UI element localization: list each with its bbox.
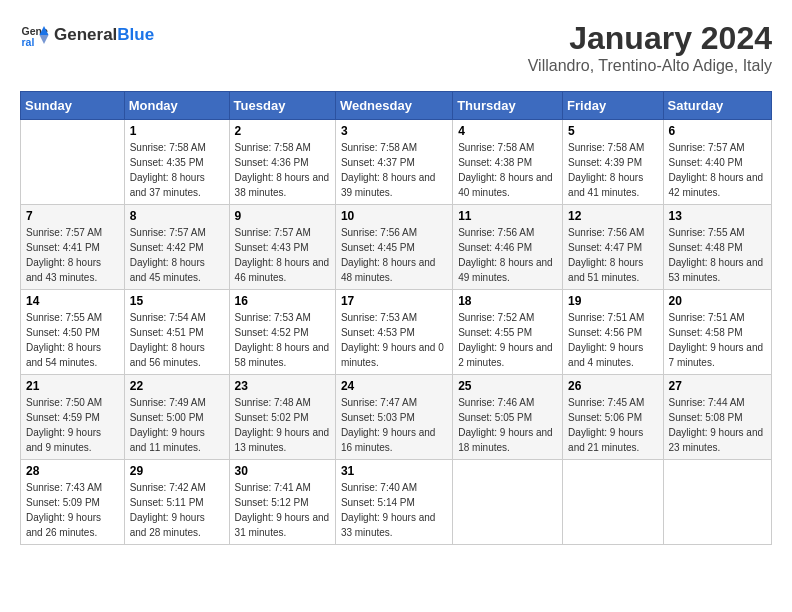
calendar-cell (563, 460, 663, 545)
col-header-monday: Monday (124, 92, 229, 120)
calendar-cell: 4Sunrise: 7:58 AMSunset: 4:38 PMDaylight… (453, 120, 563, 205)
day-info: Sunrise: 7:57 AMSunset: 4:42 PMDaylight:… (130, 225, 224, 285)
day-info: Sunrise: 7:43 AMSunset: 5:09 PMDaylight:… (26, 480, 119, 540)
day-number: 1 (130, 124, 224, 138)
day-info: Sunrise: 7:58 AMSunset: 4:35 PMDaylight:… (130, 140, 224, 200)
day-info: Sunrise: 7:56 AMSunset: 4:45 PMDaylight:… (341, 225, 447, 285)
day-number: 31 (341, 464, 447, 478)
calendar-cell: 29Sunrise: 7:42 AMSunset: 5:11 PMDayligh… (124, 460, 229, 545)
day-info: Sunrise: 7:53 AMSunset: 4:53 PMDaylight:… (341, 310, 447, 370)
calendar-cell: 1Sunrise: 7:58 AMSunset: 4:35 PMDaylight… (124, 120, 229, 205)
day-info: Sunrise: 7:58 AMSunset: 4:38 PMDaylight:… (458, 140, 557, 200)
calendar-week-row: 28Sunrise: 7:43 AMSunset: 5:09 PMDayligh… (21, 460, 772, 545)
day-info: Sunrise: 7:58 AMSunset: 4:37 PMDaylight:… (341, 140, 447, 200)
calendar-cell: 2Sunrise: 7:58 AMSunset: 4:36 PMDaylight… (229, 120, 335, 205)
calendar-cell: 30Sunrise: 7:41 AMSunset: 5:12 PMDayligh… (229, 460, 335, 545)
day-number: 30 (235, 464, 330, 478)
calendar-cell: 19Sunrise: 7:51 AMSunset: 4:56 PMDayligh… (563, 290, 663, 375)
day-info: Sunrise: 7:48 AMSunset: 5:02 PMDaylight:… (235, 395, 330, 455)
col-header-sunday: Sunday (21, 92, 125, 120)
day-number: 19 (568, 294, 657, 308)
day-info: Sunrise: 7:49 AMSunset: 5:00 PMDaylight:… (130, 395, 224, 455)
calendar-cell: 11Sunrise: 7:56 AMSunset: 4:46 PMDayligh… (453, 205, 563, 290)
day-info: Sunrise: 7:40 AMSunset: 5:14 PMDaylight:… (341, 480, 447, 540)
month-year-title: January 2024 (528, 20, 772, 57)
calendar-cell: 20Sunrise: 7:51 AMSunset: 4:58 PMDayligh… (663, 290, 771, 375)
day-number: 18 (458, 294, 557, 308)
day-info: Sunrise: 7:47 AMSunset: 5:03 PMDaylight:… (341, 395, 447, 455)
day-number: 8 (130, 209, 224, 223)
calendar-cell: 21Sunrise: 7:50 AMSunset: 4:59 PMDayligh… (21, 375, 125, 460)
day-info: Sunrise: 7:46 AMSunset: 5:05 PMDaylight:… (458, 395, 557, 455)
calendar-cell: 6Sunrise: 7:57 AMSunset: 4:40 PMDaylight… (663, 120, 771, 205)
day-number: 4 (458, 124, 557, 138)
calendar-cell (453, 460, 563, 545)
calendar-cell: 9Sunrise: 7:57 AMSunset: 4:43 PMDaylight… (229, 205, 335, 290)
day-number: 24 (341, 379, 447, 393)
calendar-cell: 17Sunrise: 7:53 AMSunset: 4:53 PMDayligh… (335, 290, 452, 375)
day-number: 16 (235, 294, 330, 308)
day-number: 7 (26, 209, 119, 223)
day-number: 2 (235, 124, 330, 138)
day-number: 11 (458, 209, 557, 223)
day-info: Sunrise: 7:58 AMSunset: 4:39 PMDaylight:… (568, 140, 657, 200)
day-number: 26 (568, 379, 657, 393)
day-number: 21 (26, 379, 119, 393)
day-number: 5 (568, 124, 657, 138)
calendar-cell: 14Sunrise: 7:55 AMSunset: 4:50 PMDayligh… (21, 290, 125, 375)
day-info: Sunrise: 7:55 AMSunset: 4:48 PMDaylight:… (669, 225, 766, 285)
calendar-cell: 8Sunrise: 7:57 AMSunset: 4:42 PMDaylight… (124, 205, 229, 290)
calendar-header-row: SundayMondayTuesdayWednesdayThursdayFrid… (21, 92, 772, 120)
day-info: Sunrise: 7:51 AMSunset: 4:56 PMDaylight:… (568, 310, 657, 370)
day-number: 27 (669, 379, 766, 393)
day-info: Sunrise: 7:42 AMSunset: 5:11 PMDaylight:… (130, 480, 224, 540)
day-info: Sunrise: 7:41 AMSunset: 5:12 PMDaylight:… (235, 480, 330, 540)
location-subtitle: Villandro, Trentino-Alto Adige, Italy (528, 57, 772, 75)
day-number: 25 (458, 379, 557, 393)
calendar-week-row: 14Sunrise: 7:55 AMSunset: 4:50 PMDayligh… (21, 290, 772, 375)
col-header-wednesday: Wednesday (335, 92, 452, 120)
logo-icon: Gene ral (20, 20, 50, 50)
calendar-cell: 25Sunrise: 7:46 AMSunset: 5:05 PMDayligh… (453, 375, 563, 460)
day-info: Sunrise: 7:54 AMSunset: 4:51 PMDaylight:… (130, 310, 224, 370)
calendar-week-row: 1Sunrise: 7:58 AMSunset: 4:35 PMDaylight… (21, 120, 772, 205)
day-info: Sunrise: 7:57 AMSunset: 4:41 PMDaylight:… (26, 225, 119, 285)
col-header-friday: Friday (563, 92, 663, 120)
day-number: 20 (669, 294, 766, 308)
day-number: 28 (26, 464, 119, 478)
calendar-cell: 18Sunrise: 7:52 AMSunset: 4:55 PMDayligh… (453, 290, 563, 375)
calendar-cell (21, 120, 125, 205)
calendar-week-row: 21Sunrise: 7:50 AMSunset: 4:59 PMDayligh… (21, 375, 772, 460)
day-number: 10 (341, 209, 447, 223)
day-number: 15 (130, 294, 224, 308)
calendar-cell: 15Sunrise: 7:54 AMSunset: 4:51 PMDayligh… (124, 290, 229, 375)
calendar-week-row: 7Sunrise: 7:57 AMSunset: 4:41 PMDaylight… (21, 205, 772, 290)
day-info: Sunrise: 7:51 AMSunset: 4:58 PMDaylight:… (669, 310, 766, 370)
day-info: Sunrise: 7:58 AMSunset: 4:36 PMDaylight:… (235, 140, 330, 200)
calendar-cell: 3Sunrise: 7:58 AMSunset: 4:37 PMDaylight… (335, 120, 452, 205)
day-info: Sunrise: 7:57 AMSunset: 4:43 PMDaylight:… (235, 225, 330, 285)
col-header-thursday: Thursday (453, 92, 563, 120)
calendar-cell: 13Sunrise: 7:55 AMSunset: 4:48 PMDayligh… (663, 205, 771, 290)
col-header-tuesday: Tuesday (229, 92, 335, 120)
day-info: Sunrise: 7:44 AMSunset: 5:08 PMDaylight:… (669, 395, 766, 455)
day-info: Sunrise: 7:53 AMSunset: 4:52 PMDaylight:… (235, 310, 330, 370)
day-info: Sunrise: 7:50 AMSunset: 4:59 PMDaylight:… (26, 395, 119, 455)
calendar-cell (663, 460, 771, 545)
calendar-cell: 31Sunrise: 7:40 AMSunset: 5:14 PMDayligh… (335, 460, 452, 545)
calendar-table: SundayMondayTuesdayWednesdayThursdayFrid… (20, 91, 772, 545)
logo-general: General (54, 25, 117, 44)
calendar-cell: 7Sunrise: 7:57 AMSunset: 4:41 PMDaylight… (21, 205, 125, 290)
logo-blue: Blue (117, 25, 154, 44)
calendar-cell: 12Sunrise: 7:56 AMSunset: 4:47 PMDayligh… (563, 205, 663, 290)
day-number: 23 (235, 379, 330, 393)
day-info: Sunrise: 7:45 AMSunset: 5:06 PMDaylight:… (568, 395, 657, 455)
day-info: Sunrise: 7:56 AMSunset: 4:47 PMDaylight:… (568, 225, 657, 285)
svg-marker-3 (40, 35, 49, 44)
svg-text:ral: ral (22, 36, 35, 48)
page-header: Gene ral GeneralBlue January 2024 Villan… (20, 20, 772, 75)
calendar-cell: 24Sunrise: 7:47 AMSunset: 5:03 PMDayligh… (335, 375, 452, 460)
calendar-cell: 16Sunrise: 7:53 AMSunset: 4:52 PMDayligh… (229, 290, 335, 375)
calendar-cell: 10Sunrise: 7:56 AMSunset: 4:45 PMDayligh… (335, 205, 452, 290)
calendar-cell: 27Sunrise: 7:44 AMSunset: 5:08 PMDayligh… (663, 375, 771, 460)
